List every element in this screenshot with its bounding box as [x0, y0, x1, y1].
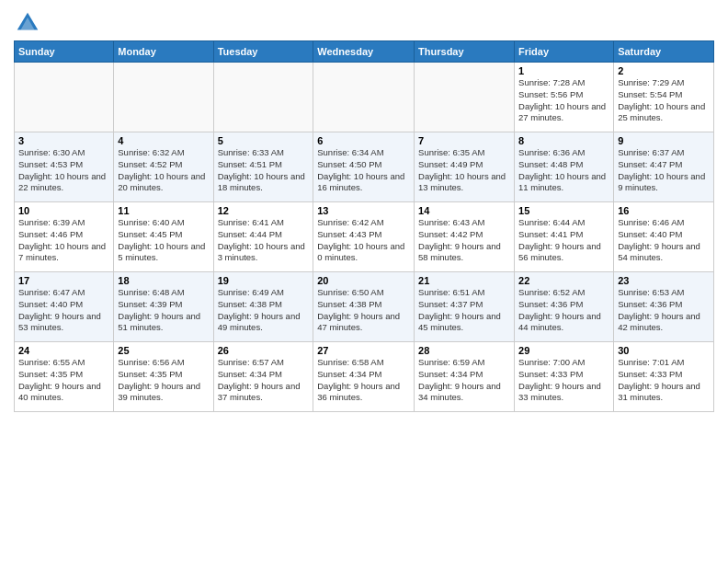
calendar-cell: 5Sunrise: 6:33 AM Sunset: 4:51 PM Daylig… — [213, 132, 313, 202]
calendar-header-row: SundayMondayTuesdayWednesdayThursdayFrid… — [15, 41, 714, 63]
calendar-cell: 17Sunrise: 6:47 AM Sunset: 4:40 PM Dayli… — [15, 272, 114, 342]
calendar-cell: 29Sunrise: 7:00 AM Sunset: 4:33 PM Dayli… — [515, 342, 614, 412]
day-number: 19 — [218, 275, 310, 286]
weekday-header: Thursday — [415, 41, 515, 63]
calendar-table: SundayMondayTuesdayWednesdayThursdayFrid… — [14, 40, 714, 412]
day-number: 27 — [317, 345, 410, 356]
day-info: Sunrise: 6:59 AM Sunset: 4:34 PM Dayligh… — [418, 357, 510, 404]
day-info: Sunrise: 6:39 AM Sunset: 4:46 PM Dayligh… — [18, 217, 109, 264]
calendar-week-row: 17Sunrise: 6:47 AM Sunset: 4:40 PM Dayli… — [15, 272, 714, 342]
weekday-header: Tuesday — [213, 41, 313, 63]
page: SundayMondayTuesdayWednesdayThursdayFrid… — [0, 0, 728, 421]
calendar-cell: 16Sunrise: 6:46 AM Sunset: 4:40 PM Dayli… — [614, 202, 714, 272]
day-number: 23 — [618, 275, 710, 286]
day-info: Sunrise: 6:33 AM Sunset: 4:51 PM Dayligh… — [218, 147, 310, 194]
day-info: Sunrise: 7:28 AM Sunset: 5:56 PM Dayligh… — [518, 77, 609, 124]
day-number: 15 — [518, 205, 609, 216]
logo-icon — [14, 9, 41, 37]
calendar-cell: 14Sunrise: 6:43 AM Sunset: 4:42 PM Dayli… — [415, 202, 515, 272]
calendar-cell: 20Sunrise: 6:50 AM Sunset: 4:38 PM Dayli… — [313, 272, 415, 342]
calendar-cell: 9Sunrise: 6:37 AM Sunset: 4:47 PM Daylig… — [614, 132, 714, 202]
calendar-cell: 11Sunrise: 6:40 AM Sunset: 4:45 PM Dayli… — [114, 202, 213, 272]
calendar-cell — [114, 63, 213, 132]
calendar-cell — [415, 63, 515, 132]
day-info: Sunrise: 6:30 AM Sunset: 4:53 PM Dayligh… — [18, 147, 109, 194]
day-info: Sunrise: 6:41 AM Sunset: 4:44 PM Dayligh… — [218, 217, 310, 264]
day-number: 28 — [418, 345, 510, 356]
day-info: Sunrise: 7:00 AM Sunset: 4:33 PM Dayligh… — [518, 357, 609, 404]
day-number: 14 — [418, 205, 510, 216]
day-info: Sunrise: 6:47 AM Sunset: 4:40 PM Dayligh… — [18, 287, 109, 334]
day-info: Sunrise: 6:40 AM Sunset: 4:45 PM Dayligh… — [118, 217, 209, 264]
day-number: 9 — [618, 135, 710, 146]
day-info: Sunrise: 6:56 AM Sunset: 4:35 PM Dayligh… — [118, 357, 209, 404]
day-number: 11 — [118, 205, 209, 216]
day-number: 8 — [518, 135, 609, 146]
day-number: 25 — [118, 345, 209, 356]
calendar-cell: 6Sunrise: 6:34 AM Sunset: 4:50 PM Daylig… — [313, 132, 415, 202]
day-number: 21 — [418, 275, 510, 286]
calendar-cell: 3Sunrise: 6:30 AM Sunset: 4:53 PM Daylig… — [15, 132, 114, 202]
day-number: 20 — [317, 275, 410, 286]
day-number: 10 — [18, 205, 109, 216]
calendar-week-row: 10Sunrise: 6:39 AM Sunset: 4:46 PM Dayli… — [15, 202, 714, 272]
day-info: Sunrise: 6:48 AM Sunset: 4:39 PM Dayligh… — [118, 287, 209, 334]
day-number: 12 — [218, 205, 310, 216]
calendar-cell — [213, 63, 313, 132]
logo — [14, 9, 45, 37]
day-info: Sunrise: 7:29 AM Sunset: 5:54 PM Dayligh… — [618, 77, 710, 124]
day-number: 18 — [118, 275, 209, 286]
calendar-cell — [313, 63, 415, 132]
calendar-cell: 23Sunrise: 6:53 AM Sunset: 4:36 PM Dayli… — [614, 272, 714, 342]
calendar-week-row: 24Sunrise: 6:55 AM Sunset: 4:35 PM Dayli… — [15, 342, 714, 412]
day-info: Sunrise: 6:36 AM Sunset: 4:48 PM Dayligh… — [518, 147, 609, 194]
day-info: Sunrise: 6:34 AM Sunset: 4:50 PM Dayligh… — [317, 147, 410, 194]
day-number: 2 — [618, 65, 710, 76]
calendar-cell: 25Sunrise: 6:56 AM Sunset: 4:35 PM Dayli… — [114, 342, 213, 412]
day-info: Sunrise: 6:37 AM Sunset: 4:47 PM Dayligh… — [618, 147, 710, 194]
calendar-cell: 8Sunrise: 6:36 AM Sunset: 4:48 PM Daylig… — [515, 132, 614, 202]
calendar-week-row: 1Sunrise: 7:28 AM Sunset: 5:56 PM Daylig… — [15, 63, 714, 132]
day-number: 17 — [18, 275, 109, 286]
calendar-cell: 12Sunrise: 6:41 AM Sunset: 4:44 PM Dayli… — [213, 202, 313, 272]
day-number: 30 — [618, 345, 710, 356]
day-number: 6 — [317, 135, 410, 146]
calendar-cell: 28Sunrise: 6:59 AM Sunset: 4:34 PM Dayli… — [415, 342, 515, 412]
calendar-cell: 22Sunrise: 6:52 AM Sunset: 4:36 PM Dayli… — [515, 272, 614, 342]
calendar-cell: 7Sunrise: 6:35 AM Sunset: 4:49 PM Daylig… — [415, 132, 515, 202]
header — [14, 9, 714, 37]
day-info: Sunrise: 6:44 AM Sunset: 4:41 PM Dayligh… — [518, 217, 609, 264]
calendar-cell: 24Sunrise: 6:55 AM Sunset: 4:35 PM Dayli… — [15, 342, 114, 412]
day-info: Sunrise: 6:42 AM Sunset: 4:43 PM Dayligh… — [317, 217, 410, 264]
day-info: Sunrise: 6:52 AM Sunset: 4:36 PM Dayligh… — [518, 287, 609, 334]
day-number: 22 — [518, 275, 609, 286]
day-info: Sunrise: 6:43 AM Sunset: 4:42 PM Dayligh… — [418, 217, 510, 264]
calendar-cell: 10Sunrise: 6:39 AM Sunset: 4:46 PM Dayli… — [15, 202, 114, 272]
calendar-cell: 15Sunrise: 6:44 AM Sunset: 4:41 PM Dayli… — [515, 202, 614, 272]
day-number: 29 — [518, 345, 609, 356]
day-info: Sunrise: 6:50 AM Sunset: 4:38 PM Dayligh… — [317, 287, 410, 334]
day-info: Sunrise: 6:49 AM Sunset: 4:38 PM Dayligh… — [218, 287, 310, 334]
calendar-cell: 27Sunrise: 6:58 AM Sunset: 4:34 PM Dayli… — [313, 342, 415, 412]
day-number: 24 — [18, 345, 109, 356]
day-number: 16 — [618, 205, 710, 216]
weekday-header: Wednesday — [313, 41, 415, 63]
day-info: Sunrise: 6:55 AM Sunset: 4:35 PM Dayligh… — [18, 357, 109, 404]
day-info: Sunrise: 6:46 AM Sunset: 4:40 PM Dayligh… — [618, 217, 710, 264]
day-info: Sunrise: 6:57 AM Sunset: 4:34 PM Dayligh… — [218, 357, 310, 404]
calendar-cell: 19Sunrise: 6:49 AM Sunset: 4:38 PM Dayli… — [213, 272, 313, 342]
calendar-cell: 4Sunrise: 6:32 AM Sunset: 4:52 PM Daylig… — [114, 132, 213, 202]
calendar-week-row: 3Sunrise: 6:30 AM Sunset: 4:53 PM Daylig… — [15, 132, 714, 202]
day-number: 5 — [218, 135, 310, 146]
calendar-cell: 30Sunrise: 7:01 AM Sunset: 4:33 PM Dayli… — [614, 342, 714, 412]
day-number: 13 — [317, 205, 410, 216]
weekday-header: Friday — [515, 41, 614, 63]
day-number: 3 — [18, 135, 109, 146]
day-info: Sunrise: 6:32 AM Sunset: 4:52 PM Dayligh… — [118, 147, 209, 194]
calendar-cell: 13Sunrise: 6:42 AM Sunset: 4:43 PM Dayli… — [313, 202, 415, 272]
day-number: 1 — [518, 65, 609, 76]
day-number: 26 — [218, 345, 310, 356]
weekday-header: Monday — [114, 41, 213, 63]
calendar-cell: 18Sunrise: 6:48 AM Sunset: 4:39 PM Dayli… — [114, 272, 213, 342]
calendar-cell: 21Sunrise: 6:51 AM Sunset: 4:37 PM Dayli… — [415, 272, 515, 342]
